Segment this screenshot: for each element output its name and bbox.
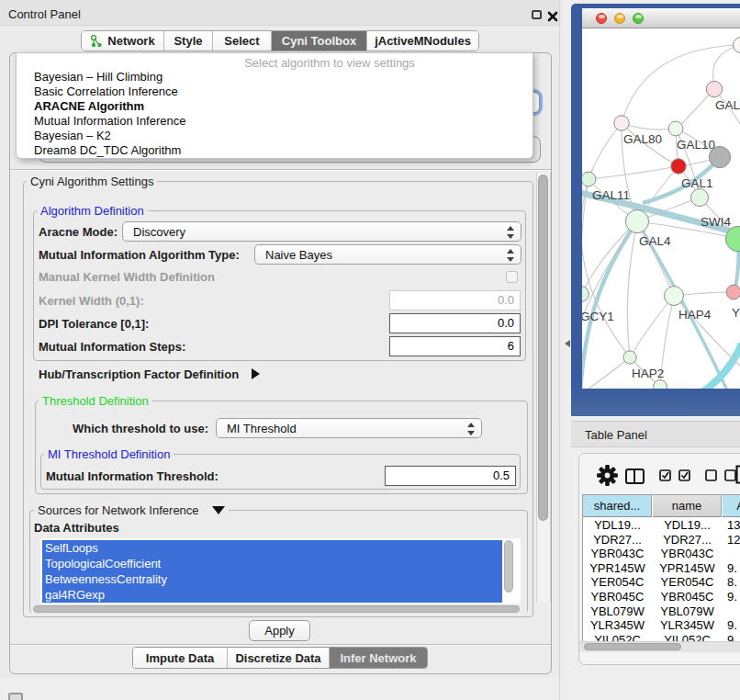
table-cell[interactable]: YDL19... xyxy=(583,518,652,533)
manual-kernel-width-checkbox[interactable] xyxy=(506,271,518,283)
table-hscrollbar-thumb[interactable] xyxy=(584,643,681,650)
node-hap4[interactable] xyxy=(665,287,684,306)
table-cell[interactable]: 9. xyxy=(727,633,740,641)
table-cell[interactable]: YIL052C xyxy=(653,633,722,641)
tab-jactivemnodules-label: jActiveMNodules xyxy=(375,34,471,48)
table-cell[interactable]: YDL19... xyxy=(653,518,722,533)
dropdown-item[interactable]: Dream8 DC_TDC Algorithm xyxy=(18,143,533,158)
minimize-traffic-light-icon[interactable] xyxy=(614,13,625,24)
list-item[interactable]: SelfLoops xyxy=(42,540,502,556)
collapsed-arrow-icon[interactable] xyxy=(252,368,260,379)
table-cell[interactable]: YLR345W xyxy=(653,618,722,633)
gear-icon[interactable] xyxy=(597,465,618,486)
table-cell[interactable]: YBL079W xyxy=(583,604,652,619)
aracne-mode-combobox[interactable]: Discovery xyxy=(122,221,521,242)
hub-definition-label[interactable]: Hub/Transcription Factor Definition xyxy=(39,368,239,381)
tab-discretize-data[interactable]: Discretize Data xyxy=(228,648,330,668)
node-bottom[interactable] xyxy=(654,380,667,389)
node-label: GAL xyxy=(715,98,740,112)
algorithm-definition-title: Algorithm Definition xyxy=(37,205,148,217)
tab-cyni-toolbox[interactable]: Cyni Toolbox xyxy=(272,31,367,51)
tab-impute-data[interactable]: Impute Data xyxy=(133,648,228,668)
node-gal2[interactable] xyxy=(706,81,722,96)
node-gal10[interactable] xyxy=(668,121,683,136)
sources-group-header[interactable]: Sources for Network Inference xyxy=(34,504,229,516)
node-label: GAL1 xyxy=(681,176,713,190)
table-cell[interactable]: 9. xyxy=(727,561,740,576)
mi-algorithm-type-combobox[interactable]: Naive Bayes xyxy=(254,244,521,265)
export-table-icon[interactable] xyxy=(735,465,740,484)
unselect-all-columns-icon[interactable] xyxy=(705,469,737,481)
list-item[interactable]: gal4RGexp xyxy=(42,587,502,603)
control-panel-title: Control Panel xyxy=(8,7,81,21)
columns-icon[interactable] xyxy=(625,469,645,484)
close-icon[interactable] xyxy=(547,11,558,22)
column-header-name[interactable]: name xyxy=(653,495,722,517)
dropdown-item[interactable]: Mutual Information Inference xyxy=(18,114,533,129)
column-header-partial[interactable]: A xyxy=(723,495,740,517)
tab-jactivemnodules[interactable]: jActiveMNodules xyxy=(367,31,478,51)
node-top-right[interactable] xyxy=(734,38,740,53)
table-cell[interactable]: YBL079W xyxy=(653,604,722,619)
cyni-bottom-tabs: Impute Data Discretize Data Infer Networ… xyxy=(132,647,428,669)
dropdown-item[interactable]: Bayesian – Hill Climbing xyxy=(18,70,533,85)
list-item[interactable]: TopologicalCoefficient xyxy=(42,556,502,571)
dpi-tolerance-field[interactable]: 0.0 xyxy=(389,313,521,333)
table-cell[interactable]: 8. xyxy=(727,575,740,590)
table-panel-header: Table Panel xyxy=(571,421,740,447)
table-cell[interactable] xyxy=(727,604,740,619)
table-cell[interactable]: 13 xyxy=(727,518,740,533)
tab-style[interactable]: Style xyxy=(164,31,213,51)
table-cell[interactable]: YIL052C xyxy=(583,633,652,641)
mi-steps-field[interactable]: 6 xyxy=(389,336,521,356)
node-red[interactable] xyxy=(671,159,686,174)
settings-scrollbar-thumb[interactable] xyxy=(538,175,548,521)
table-cell[interactable]: 9. xyxy=(727,590,740,604)
node-swi4[interactable] xyxy=(691,189,709,207)
dropdown-item[interactable]: Bayesian – K2 xyxy=(18,129,533,143)
tab-select[interactable]: Select xyxy=(213,31,272,51)
which-threshold-combobox[interactable]: MI Threshold xyxy=(216,418,482,438)
select-all-columns-icon[interactable] xyxy=(659,469,691,481)
mi-threshold-field[interactable]: 0.5 xyxy=(385,466,516,486)
table-cell[interactable] xyxy=(727,547,740,561)
tab-network[interactable]: Network xyxy=(82,31,164,51)
node-gcy1[interactable] xyxy=(582,287,589,302)
network-canvas[interactable]: GAL GAL80 GAL10 GAL1 GAL11 SWI4 GAL4 GCY… xyxy=(582,28,740,389)
attributes-hscrollbar-thumb[interactable] xyxy=(33,605,520,613)
network-window-titlebar[interactable] xyxy=(582,8,740,28)
table-cell[interactable]: YDR27... xyxy=(653,533,722,548)
node-hap2[interactable] xyxy=(623,351,636,364)
dropdown-item[interactable]: Basic Correlation Inference xyxy=(18,85,533,99)
column-header-shared-name[interactable]: shared... xyxy=(583,495,652,517)
node-gal80[interactable] xyxy=(614,116,629,130)
zoom-traffic-light-icon[interactable] xyxy=(633,13,644,24)
float-window-icon[interactable] xyxy=(532,10,542,19)
table-cell[interactable]: YDR27... xyxy=(583,533,652,548)
close-traffic-light-icon[interactable] xyxy=(596,13,607,24)
table-cell[interactable]: 12 xyxy=(727,533,740,548)
table-cell[interactable]: YER054C xyxy=(583,575,652,590)
list-item[interactable]: BetweennessCentrality xyxy=(42,571,502,587)
table-cell[interactable]: YPR145W xyxy=(583,561,652,576)
table-cell[interactable]: YBR043C xyxy=(583,547,652,561)
node-salmon[interactable] xyxy=(726,285,740,299)
apply-button[interactable]: Apply xyxy=(249,620,310,641)
tab-impute-data-label: Impute Data xyxy=(146,651,214,665)
table-cell[interactable]: YER054C xyxy=(653,575,722,590)
table-cell[interactable]: YPR145W xyxy=(653,561,722,576)
node-gal11[interactable] xyxy=(582,172,596,186)
node-gal4[interactable] xyxy=(625,209,648,232)
table-cell[interactable]: YBR043C xyxy=(653,547,722,561)
table-cell[interactable]: YBR045C xyxy=(583,590,652,604)
attributes-scrollbar-thumb[interactable] xyxy=(504,540,513,593)
kernel-width-field[interactable]: 0.0 xyxy=(389,290,521,310)
table-cell[interactable]: YBR045C xyxy=(653,590,722,604)
table-cell[interactable]: YLR345W xyxy=(583,618,652,633)
table-cell[interactable]: 9. xyxy=(727,618,740,633)
control-panel-titlebar: Control Panel xyxy=(0,0,561,26)
splitter-collapse-icon[interactable] xyxy=(565,340,570,347)
dropdown-item-selected[interactable]: ARACNE Algorithm xyxy=(18,99,533,114)
control-panel-window: Control Panel Network Style Select Cyni … xyxy=(0,0,561,677)
tab-infer-network[interactable]: Infer Network xyxy=(330,648,427,668)
